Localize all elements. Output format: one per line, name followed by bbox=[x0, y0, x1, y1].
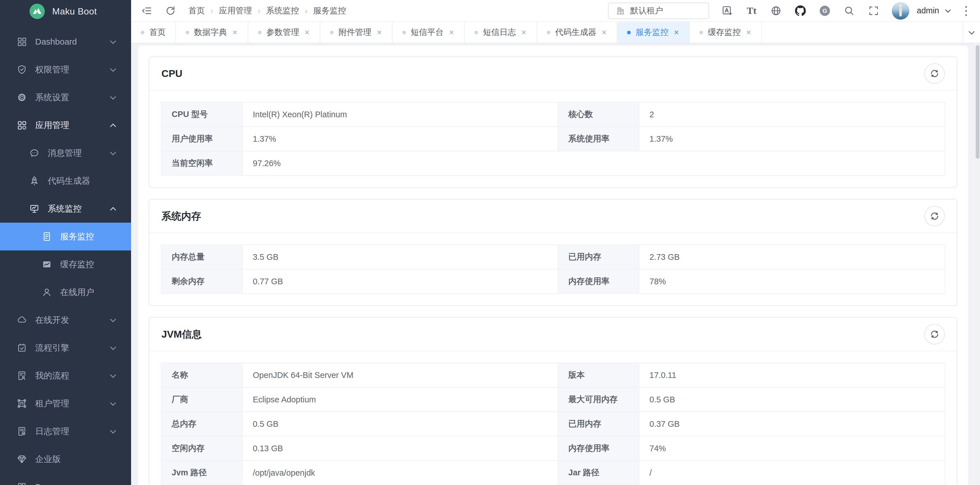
close-icon[interactable]: × bbox=[521, 27, 527, 37]
sidebar-item-permissions[interactable]: 权限管理 bbox=[0, 56, 131, 83]
chevron-down-icon[interactable] bbox=[945, 7, 951, 13]
sidebar-item-label: 消息管理 bbox=[48, 147, 131, 159]
close-icon[interactable]: × bbox=[673, 27, 679, 37]
top-bar-right: 默认租户 Tt G bbox=[608, 2, 972, 19]
refresh-icon[interactable] bbox=[165, 5, 177, 17]
sidebar-item-log-management[interactable]: 日志管理 bbox=[0, 417, 131, 445]
github-icon[interactable] bbox=[794, 5, 807, 17]
sidebar-item-label: 系统设置 bbox=[35, 92, 131, 104]
sidebar-item-online-users[interactable]: 在线用户 bbox=[0, 278, 131, 306]
demo-icon bbox=[16, 482, 27, 485]
sidebar-item-dashboard[interactable]: Dashboard bbox=[0, 28, 131, 56]
sidebar-item-service-monitor[interactable]: 服务监控 bbox=[0, 223, 131, 250]
username[interactable]: admin bbox=[917, 6, 939, 15]
cpu-table: CPU 型号 Intel(R) Xeon(R) Platinum 核心数 2 用… bbox=[161, 102, 945, 176]
panel-header: CPU bbox=[150, 57, 957, 91]
tab-cache-monitor[interactable]: 缓存监控 × bbox=[690, 22, 762, 43]
sidebar-item-workflow-engine[interactable]: 流程引擎 bbox=[0, 334, 131, 362]
table-row: Jvm 路径 /opt/java/openjdk Jar 路径 / bbox=[161, 461, 945, 485]
sidebar-item-enterprise[interactable]: 企业版 bbox=[0, 445, 131, 473]
top-bar: 首页 › 应用管理 › 系统监控 › 服务监控 默认租户 bbox=[131, 0, 980, 22]
gear-icon bbox=[16, 92, 27, 103]
gitee-icon[interactable]: G bbox=[819, 5, 831, 17]
close-icon[interactable]: × bbox=[601, 27, 608, 37]
tab-attachments[interactable]: 附件管理 × bbox=[320, 22, 393, 43]
cell-value: 1.37% bbox=[639, 127, 945, 151]
tab-dot bbox=[699, 31, 703, 34]
cell-value: 0.77 GB bbox=[242, 269, 558, 294]
jvm-table: 名称 OpenJDK 64-Bit Server VM 版本 17.0.11 厂… bbox=[161, 363, 945, 485]
close-icon[interactable]: × bbox=[232, 27, 238, 37]
breadcrumb-item[interactable]: 系统监控 bbox=[266, 5, 299, 16]
search-icon[interactable] bbox=[843, 5, 856, 17]
tab-params[interactable]: 参数管理 × bbox=[248, 22, 321, 43]
rocket-icon bbox=[29, 175, 40, 186]
close-icon[interactable]: × bbox=[376, 27, 382, 37]
breadcrumb-separator: › bbox=[258, 6, 261, 16]
close-icon[interactable]: × bbox=[304, 27, 310, 37]
cell-label: 内存总量 bbox=[161, 245, 242, 269]
cell-label: 厂商 bbox=[161, 387, 242, 412]
vertical-scrollbar[interactable] bbox=[975, 44, 980, 485]
sidebar-item-code-generator[interactable]: 代码生成器 bbox=[0, 167, 131, 195]
sidebar-item-message-management[interactable]: 消息管理 bbox=[0, 139, 131, 167]
tab-label: 短信平台 bbox=[411, 27, 444, 38]
translate-icon[interactable] bbox=[721, 5, 733, 17]
close-icon[interactable]: × bbox=[449, 27, 455, 37]
cell-value: 2 bbox=[639, 102, 945, 127]
breadcrumb-item[interactable]: 首页 bbox=[188, 5, 205, 16]
collapse-sidebar-icon[interactable] bbox=[141, 5, 153, 17]
document-icon bbox=[41, 231, 52, 242]
globe-icon[interactable] bbox=[770, 5, 782, 17]
cell-label: 已用内存 bbox=[558, 412, 639, 436]
cell-value: 0.5 GB bbox=[639, 387, 945, 412]
tab-label: 短信日志 bbox=[483, 27, 516, 38]
breadcrumb-item[interactable]: 服务监控 bbox=[313, 5, 346, 16]
sidebar-item-tenant-management[interactable]: 租户管理 bbox=[0, 389, 131, 417]
sync-icon bbox=[930, 69, 939, 78]
sidebar-item-label: 日志管理 bbox=[35, 426, 131, 437]
cell-value: 74% bbox=[639, 436, 945, 461]
sidebar-item-cache-monitor[interactable]: 缓存监控 bbox=[0, 250, 131, 278]
tab-home[interactable]: 首页 bbox=[131, 22, 176, 43]
tabs-overflow-button[interactable] bbox=[963, 22, 980, 43]
app-logo[interactable]: Maku Boot bbox=[0, 0, 131, 23]
sidebar-item-label: 缓存监控 bbox=[60, 259, 131, 270]
sidebar-item-system-settings[interactable]: 系统设置 bbox=[0, 83, 131, 111]
tab-sms-platform[interactable]: 短信平台 × bbox=[393, 22, 465, 43]
tab-data-dict[interactable]: 数据字典 × bbox=[176, 22, 248, 43]
panel-header: JVM信息 bbox=[150, 318, 957, 351]
panel-title: CPU bbox=[161, 68, 183, 79]
cell-value: 3.5 GB bbox=[242, 245, 558, 269]
cell-value: 2.73 GB bbox=[639, 245, 945, 269]
tenant-select[interactable]: 默认租户 bbox=[608, 3, 709, 19]
sidebar-menu: Dashboard 权限管理 系统设置 应用管理 消息管理 bbox=[0, 23, 131, 485]
panel-refresh-button[interactable] bbox=[924, 63, 945, 84]
avatar[interactable] bbox=[892, 2, 909, 19]
cell-value: / bbox=[639, 461, 945, 485]
tab-code-generator[interactable]: 代码生成器 × bbox=[537, 22, 618, 43]
cpu-panel: CPU CPU 型号 Intel(R) Xeon(R) Platinum 核心数 bbox=[149, 56, 957, 188]
sidebar-item-online-dev[interactable]: 在线开发 bbox=[0, 306, 131, 334]
table-row: 厂商 Eclipse Adoptium 最大可用内存 0.5 GB bbox=[161, 387, 945, 412]
sidebar-item-system-monitor[interactable]: 系统监控 bbox=[0, 195, 131, 223]
kebab-menu-icon[interactable]: ⋮ bbox=[960, 5, 972, 17]
chevron-down-icon bbox=[968, 29, 974, 34]
breadcrumb-item[interactable]: 应用管理 bbox=[219, 5, 252, 16]
shield-icon bbox=[16, 64, 27, 75]
scrollbar-thumb[interactable] bbox=[976, 45, 980, 159]
font-size-icon[interactable]: Tt bbox=[745, 5, 758, 17]
sidebar-item-my-flows[interactable]: 我的流程 bbox=[0, 362, 131, 389]
panel-refresh-button[interactable] bbox=[924, 206, 945, 226]
cell-value: Intel(R) Xeon(R) Platinum bbox=[242, 102, 558, 127]
sidebar-item-app-management[interactable]: 应用管理 bbox=[0, 111, 131, 139]
panel-refresh-button[interactable] bbox=[924, 324, 945, 345]
sidebar-item-label: 代码生成器 bbox=[48, 175, 131, 187]
tab-dot bbox=[547, 31, 550, 34]
tab-service-monitor[interactable]: 服务监控 × bbox=[617, 22, 690, 43]
tab-sms-log[interactable]: 短信日志 × bbox=[465, 22, 537, 43]
user-icon bbox=[41, 287, 52, 298]
close-icon[interactable]: × bbox=[746, 27, 752, 37]
fullscreen-icon[interactable] bbox=[867, 5, 880, 17]
sidebar-item-demo[interactable]: Demo bbox=[0, 473, 131, 485]
